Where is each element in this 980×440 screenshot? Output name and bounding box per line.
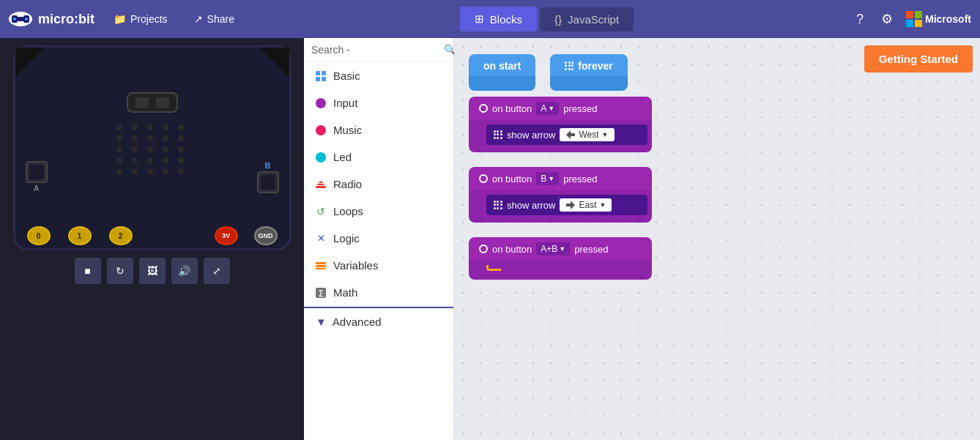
svg-point-4 xyxy=(25,18,28,20)
logic-label: Logic xyxy=(333,232,360,245)
block1-event-icon xyxy=(479,104,488,113)
forever-block-group: forever xyxy=(550,54,627,91)
ms-sq-1 xyxy=(906,11,913,18)
sidebar-item-math[interactable]: ∑ Math xyxy=(304,279,453,306)
svg-rect-2 xyxy=(18,17,23,21)
block2-header[interactable]: on button B ▼ pressed xyxy=(469,167,652,190)
javascript-tab-icon: {} xyxy=(554,13,562,26)
svg-rect-8 xyxy=(316,262,326,264)
fullscreen-button[interactable]: ⤢ xyxy=(204,258,230,284)
microsoft-label: Microsoft xyxy=(925,13,971,25)
logic-icon: ✕ xyxy=(316,234,326,244)
projects-button[interactable]: 📁 Projects xyxy=(106,9,175,29)
sidebar-item-radio[interactable]: Radio xyxy=(304,171,453,198)
led-label: Led xyxy=(333,151,352,163)
svg-rect-7 xyxy=(319,182,323,183)
navbar: micro:bit 📁 Projects ↗ Share ⊞ Blocks {}… xyxy=(0,0,980,38)
javascript-tab[interactable]: {} JavaScript xyxy=(540,7,634,31)
block1-action-label: show arrow xyxy=(507,130,555,141)
block2-grid-icon xyxy=(494,201,502,209)
block1-header[interactable]: on button A ▼ pressed xyxy=(469,97,652,120)
block2-direction-value: East xyxy=(579,200,596,210)
settings-button[interactable]: ⚙ xyxy=(877,7,897,31)
share-button[interactable]: ↗ Share xyxy=(187,9,242,29)
svg-point-3 xyxy=(13,18,16,20)
led-icon xyxy=(316,152,326,163)
button-b-label-top: B xyxy=(257,161,279,170)
variables-icon xyxy=(316,261,326,271)
workspace[interactable]: Getting Started on start xyxy=(454,38,980,440)
block2-direction-chevron: ▼ xyxy=(599,201,606,209)
stop-button[interactable]: ■ xyxy=(75,258,101,284)
block2-direction-icon xyxy=(565,200,576,210)
screenshot-button[interactable]: 🖼 xyxy=(139,258,166,284)
block3-button-value: A+B xyxy=(541,244,557,254)
music-label: Music xyxy=(333,124,362,136)
on-start-header: on start xyxy=(469,54,535,76)
button-a[interactable]: A xyxy=(26,161,48,193)
block2-button-chevron: ▼ xyxy=(548,175,554,182)
block2-direction-dropdown[interactable]: East ▼ xyxy=(560,198,612,212)
basic-label: Basic xyxy=(333,70,360,82)
sidebar-item-led[interactable]: Led xyxy=(304,143,453,171)
blocks-tab-icon: ⊞ xyxy=(475,12,484,26)
forever-label: forever xyxy=(578,60,612,72)
tab-group: ⊞ Blocks {} JavaScript xyxy=(460,7,634,31)
ms-sq-4 xyxy=(915,20,922,27)
sidebar-item-advanced[interactable]: ▼ Advanced xyxy=(304,307,453,335)
restart-button[interactable]: ↻ xyxy=(107,258,133,284)
sidebar-item-basic[interactable]: Basic xyxy=(304,62,453,89)
help-button[interactable]: ? xyxy=(852,7,868,31)
share-icon: ↗ xyxy=(194,13,203,25)
math-icon: ∑ xyxy=(316,288,326,298)
settings-icon: ⚙ xyxy=(881,12,893,26)
notch-tr xyxy=(260,48,289,77)
top-blocks-row: on start xyxy=(469,54,628,91)
block1-button-chevron: ▼ xyxy=(548,105,554,112)
logo-icon xyxy=(9,12,32,26)
block3-header[interactable]: on button A+B ▼ pressed xyxy=(469,237,652,261)
block1-inner[interactable]: show arrow West ▼ xyxy=(486,124,647,145)
block-group-2: on button B ▼ pressed xyxy=(469,167,652,223)
logo-text: micro:bit xyxy=(38,12,94,27)
block3-button-dropdown[interactable]: A+B ▼ xyxy=(536,242,570,256)
music-icon xyxy=(316,125,326,135)
loops-icon: ↺ xyxy=(316,206,326,217)
block3-body xyxy=(469,261,652,280)
button-b[interactable]: B xyxy=(257,161,279,193)
block2-inner[interactable]: show arrow East ▼ xyxy=(486,195,647,215)
block1-button-dropdown[interactable]: A ▼ xyxy=(536,102,559,115)
ms-squares-icon xyxy=(906,11,922,27)
microsoft-logo: Microsoft xyxy=(906,11,971,27)
sidebar-item-variables[interactable]: Variables xyxy=(304,252,453,279)
block-group-1: on button A ▼ pressed xyxy=(469,97,652,152)
block3-on-label: on button xyxy=(492,244,532,255)
block2-button-value: B xyxy=(541,174,546,184)
block3-pressed-label: pressed xyxy=(574,244,608,255)
block1-button-value: A xyxy=(541,103,546,113)
block1-direction-dropdown[interactable]: West ▼ xyxy=(560,128,614,141)
microbit-device: A B 0 1 2 xyxy=(13,45,292,250)
forever-body xyxy=(550,76,627,91)
block-group-3: on button A+B ▼ pressed xyxy=(469,237,652,280)
sidebar-item-input[interactable]: Input xyxy=(304,89,453,116)
block2-body: show arrow East ▼ xyxy=(469,190,652,223)
simulator-panel: A B 0 1 2 xyxy=(0,38,304,440)
block3-event-icon xyxy=(479,245,488,253)
button-a-label: A xyxy=(26,184,48,193)
svg-rect-6 xyxy=(317,184,324,185)
blocks-tab[interactable]: ⊞ Blocks xyxy=(460,7,537,31)
radio-icon xyxy=(316,179,326,190)
sidebar-item-music[interactable]: Music xyxy=(304,116,453,143)
sidebar-item-logic[interactable]: ✕ Logic xyxy=(304,225,453,252)
getting-started-button[interactable]: Getting Started xyxy=(864,45,973,72)
svg-marker-12 xyxy=(566,201,575,209)
forever-grid-icon xyxy=(565,61,573,70)
svg-rect-5 xyxy=(316,186,326,188)
sidebar-item-loops[interactable]: ↺ Loops xyxy=(304,198,453,225)
search-input[interactable] xyxy=(311,44,439,56)
event-blocks: on button A ▼ pressed xyxy=(469,97,652,280)
logo: micro:bit xyxy=(9,12,94,27)
block2-button-dropdown[interactable]: B ▼ xyxy=(536,172,559,185)
sound-button[interactable]: 🔊 xyxy=(171,258,198,284)
